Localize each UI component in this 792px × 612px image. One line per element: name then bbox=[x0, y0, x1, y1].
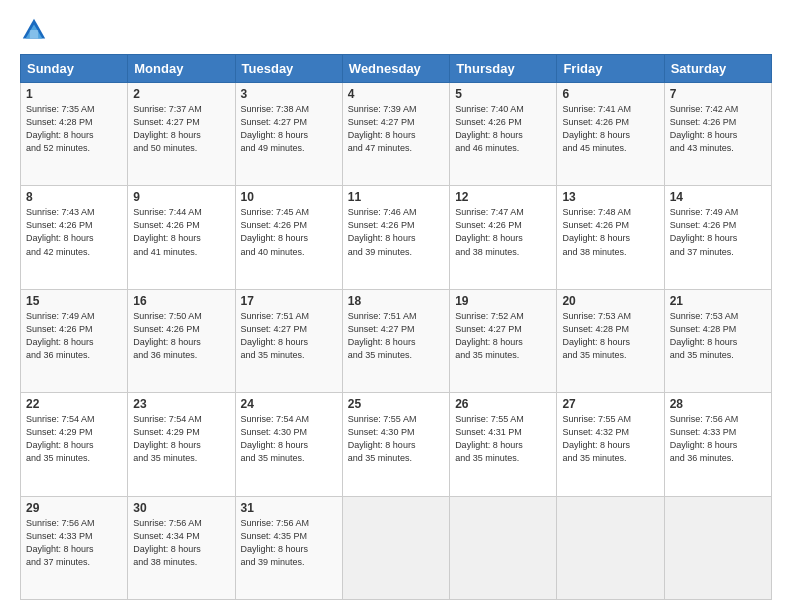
calendar-cell: 10Sunrise: 7:45 AMSunset: 4:26 PMDayligh… bbox=[235, 186, 342, 289]
calendar-cell: 6Sunrise: 7:41 AMSunset: 4:26 PMDaylight… bbox=[557, 83, 664, 186]
day-number: 12 bbox=[455, 190, 551, 204]
logo bbox=[20, 16, 52, 44]
day-info: Sunrise: 7:43 AMSunset: 4:26 PMDaylight:… bbox=[26, 206, 122, 258]
calendar-cell: 19Sunrise: 7:52 AMSunset: 4:27 PMDayligh… bbox=[450, 289, 557, 392]
calendar-cell: 5Sunrise: 7:40 AMSunset: 4:26 PMDaylight… bbox=[450, 83, 557, 186]
calendar-cell bbox=[557, 496, 664, 599]
calendar-cell: 13Sunrise: 7:48 AMSunset: 4:26 PMDayligh… bbox=[557, 186, 664, 289]
calendar-cell: 1Sunrise: 7:35 AMSunset: 4:28 PMDaylight… bbox=[21, 83, 128, 186]
header-day-monday: Monday bbox=[128, 55, 235, 83]
day-number: 1 bbox=[26, 87, 122, 101]
day-number: 23 bbox=[133, 397, 229, 411]
day-number: 3 bbox=[241, 87, 337, 101]
day-number: 31 bbox=[241, 501, 337, 515]
calendar-cell: 18Sunrise: 7:51 AMSunset: 4:27 PMDayligh… bbox=[342, 289, 449, 392]
day-info: Sunrise: 7:42 AMSunset: 4:26 PMDaylight:… bbox=[670, 103, 766, 155]
day-info: Sunrise: 7:54 AMSunset: 4:29 PMDaylight:… bbox=[133, 413, 229, 465]
day-number: 29 bbox=[26, 501, 122, 515]
header-day-friday: Friday bbox=[557, 55, 664, 83]
calendar-week-3: 15Sunrise: 7:49 AMSunset: 4:26 PMDayligh… bbox=[21, 289, 772, 392]
day-number: 22 bbox=[26, 397, 122, 411]
calendar-cell: 21Sunrise: 7:53 AMSunset: 4:28 PMDayligh… bbox=[664, 289, 771, 392]
day-info: Sunrise: 7:49 AMSunset: 4:26 PMDaylight:… bbox=[670, 206, 766, 258]
day-info: Sunrise: 7:56 AMSunset: 4:33 PMDaylight:… bbox=[26, 517, 122, 569]
day-info: Sunrise: 7:56 AMSunset: 4:34 PMDaylight:… bbox=[133, 517, 229, 569]
day-number: 26 bbox=[455, 397, 551, 411]
calendar-cell: 8Sunrise: 7:43 AMSunset: 4:26 PMDaylight… bbox=[21, 186, 128, 289]
day-info: Sunrise: 7:56 AMSunset: 4:33 PMDaylight:… bbox=[670, 413, 766, 465]
calendar-cell: 15Sunrise: 7:49 AMSunset: 4:26 PMDayligh… bbox=[21, 289, 128, 392]
calendar-cell: 12Sunrise: 7:47 AMSunset: 4:26 PMDayligh… bbox=[450, 186, 557, 289]
day-info: Sunrise: 7:41 AMSunset: 4:26 PMDaylight:… bbox=[562, 103, 658, 155]
day-number: 9 bbox=[133, 190, 229, 204]
day-info: Sunrise: 7:46 AMSunset: 4:26 PMDaylight:… bbox=[348, 206, 444, 258]
day-info: Sunrise: 7:54 AMSunset: 4:30 PMDaylight:… bbox=[241, 413, 337, 465]
calendar-week-4: 22Sunrise: 7:54 AMSunset: 4:29 PMDayligh… bbox=[21, 393, 772, 496]
day-info: Sunrise: 7:51 AMSunset: 4:27 PMDaylight:… bbox=[348, 310, 444, 362]
day-info: Sunrise: 7:55 AMSunset: 4:31 PMDaylight:… bbox=[455, 413, 551, 465]
svg-rect-2 bbox=[30, 30, 38, 38]
calendar-cell: 24Sunrise: 7:54 AMSunset: 4:30 PMDayligh… bbox=[235, 393, 342, 496]
day-number: 20 bbox=[562, 294, 658, 308]
calendar-cell: 11Sunrise: 7:46 AMSunset: 4:26 PMDayligh… bbox=[342, 186, 449, 289]
day-info: Sunrise: 7:49 AMSunset: 4:26 PMDaylight:… bbox=[26, 310, 122, 362]
calendar-week-1: 1Sunrise: 7:35 AMSunset: 4:28 PMDaylight… bbox=[21, 83, 772, 186]
day-number: 7 bbox=[670, 87, 766, 101]
calendar-cell bbox=[664, 496, 771, 599]
calendar-cell: 14Sunrise: 7:49 AMSunset: 4:26 PMDayligh… bbox=[664, 186, 771, 289]
day-info: Sunrise: 7:56 AMSunset: 4:35 PMDaylight:… bbox=[241, 517, 337, 569]
day-number: 10 bbox=[241, 190, 337, 204]
day-number: 25 bbox=[348, 397, 444, 411]
calendar-cell bbox=[450, 496, 557, 599]
calendar-cell: 17Sunrise: 7:51 AMSunset: 4:27 PMDayligh… bbox=[235, 289, 342, 392]
calendar-cell: 7Sunrise: 7:42 AMSunset: 4:26 PMDaylight… bbox=[664, 83, 771, 186]
day-info: Sunrise: 7:37 AMSunset: 4:27 PMDaylight:… bbox=[133, 103, 229, 155]
day-info: Sunrise: 7:45 AMSunset: 4:26 PMDaylight:… bbox=[241, 206, 337, 258]
day-number: 13 bbox=[562, 190, 658, 204]
day-info: Sunrise: 7:53 AMSunset: 4:28 PMDaylight:… bbox=[562, 310, 658, 362]
day-number: 14 bbox=[670, 190, 766, 204]
calendar-cell: 9Sunrise: 7:44 AMSunset: 4:26 PMDaylight… bbox=[128, 186, 235, 289]
day-info: Sunrise: 7:51 AMSunset: 4:27 PMDaylight:… bbox=[241, 310, 337, 362]
header-day-thursday: Thursday bbox=[450, 55, 557, 83]
header-day-wednesday: Wednesday bbox=[342, 55, 449, 83]
calendar-cell: 27Sunrise: 7:55 AMSunset: 4:32 PMDayligh… bbox=[557, 393, 664, 496]
calendar-cell: 2Sunrise: 7:37 AMSunset: 4:27 PMDaylight… bbox=[128, 83, 235, 186]
day-number: 30 bbox=[133, 501, 229, 515]
header bbox=[20, 16, 772, 44]
calendar-cell: 22Sunrise: 7:54 AMSunset: 4:29 PMDayligh… bbox=[21, 393, 128, 496]
day-info: Sunrise: 7:50 AMSunset: 4:26 PMDaylight:… bbox=[133, 310, 229, 362]
day-info: Sunrise: 7:38 AMSunset: 4:27 PMDaylight:… bbox=[241, 103, 337, 155]
day-number: 15 bbox=[26, 294, 122, 308]
day-info: Sunrise: 7:48 AMSunset: 4:26 PMDaylight:… bbox=[562, 206, 658, 258]
header-day-saturday: Saturday bbox=[664, 55, 771, 83]
header-day-sunday: Sunday bbox=[21, 55, 128, 83]
day-number: 6 bbox=[562, 87, 658, 101]
logo-icon bbox=[20, 16, 48, 44]
day-number: 24 bbox=[241, 397, 337, 411]
calendar-cell: 23Sunrise: 7:54 AMSunset: 4:29 PMDayligh… bbox=[128, 393, 235, 496]
calendar-week-2: 8Sunrise: 7:43 AMSunset: 4:26 PMDaylight… bbox=[21, 186, 772, 289]
day-number: 19 bbox=[455, 294, 551, 308]
day-number: 5 bbox=[455, 87, 551, 101]
calendar-cell bbox=[342, 496, 449, 599]
day-info: Sunrise: 7:39 AMSunset: 4:27 PMDaylight:… bbox=[348, 103, 444, 155]
calendar-table: SundayMondayTuesdayWednesdayThursdayFrid… bbox=[20, 54, 772, 600]
header-day-tuesday: Tuesday bbox=[235, 55, 342, 83]
calendar-cell: 20Sunrise: 7:53 AMSunset: 4:28 PMDayligh… bbox=[557, 289, 664, 392]
calendar-cell: 3Sunrise: 7:38 AMSunset: 4:27 PMDaylight… bbox=[235, 83, 342, 186]
day-number: 16 bbox=[133, 294, 229, 308]
calendar-cell: 31Sunrise: 7:56 AMSunset: 4:35 PMDayligh… bbox=[235, 496, 342, 599]
day-number: 21 bbox=[670, 294, 766, 308]
calendar-cell: 29Sunrise: 7:56 AMSunset: 4:33 PMDayligh… bbox=[21, 496, 128, 599]
calendar-week-5: 29Sunrise: 7:56 AMSunset: 4:33 PMDayligh… bbox=[21, 496, 772, 599]
calendar-cell: 16Sunrise: 7:50 AMSunset: 4:26 PMDayligh… bbox=[128, 289, 235, 392]
day-number: 27 bbox=[562, 397, 658, 411]
calendar-cell: 28Sunrise: 7:56 AMSunset: 4:33 PMDayligh… bbox=[664, 393, 771, 496]
day-number: 17 bbox=[241, 294, 337, 308]
calendar-header-row: SundayMondayTuesdayWednesdayThursdayFrid… bbox=[21, 55, 772, 83]
day-number: 28 bbox=[670, 397, 766, 411]
day-info: Sunrise: 7:54 AMSunset: 4:29 PMDaylight:… bbox=[26, 413, 122, 465]
day-info: Sunrise: 7:55 AMSunset: 4:30 PMDaylight:… bbox=[348, 413, 444, 465]
page: SundayMondayTuesdayWednesdayThursdayFrid… bbox=[0, 0, 792, 612]
